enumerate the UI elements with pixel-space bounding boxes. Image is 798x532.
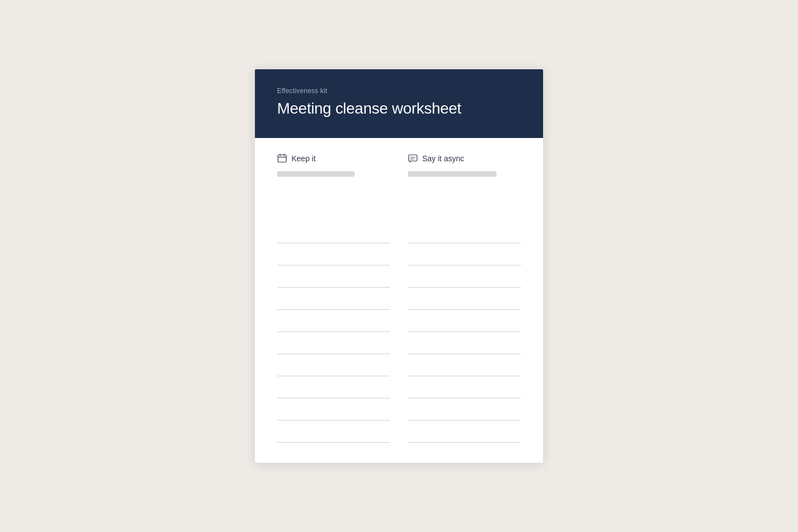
keep-it-subtitle-bar — [277, 171, 355, 177]
document-card: Effectiveness kit Meeting cleanse worksh… — [255, 69, 543, 463]
input-line[interactable] — [408, 288, 521, 310]
input-line[interactable] — [408, 354, 521, 376]
input-line[interactable] — [277, 332, 390, 354]
input-line[interactable] — [408, 376, 521, 398]
input-line[interactable] — [408, 332, 521, 354]
calendar-icon — [277, 154, 287, 163]
input-line[interactable] — [277, 376, 390, 398]
say-it-async-column-header: Say it async — [408, 154, 521, 163]
input-line[interactable] — [408, 421, 521, 443]
keep-it-label: Keep it — [291, 154, 316, 163]
keep-it-column: Keep it — [277, 154, 390, 443]
say-it-async-spacer — [408, 188, 521, 221]
say-it-async-column: Say it async — [408, 154, 521, 443]
columns-container: Keep it — [277, 154, 521, 443]
input-line[interactable] — [277, 310, 390, 332]
document-title: Meeting cleanse worksheet — [277, 99, 521, 118]
input-line[interactable] — [277, 354, 390, 376]
input-line[interactable] — [277, 421, 390, 443]
input-line[interactable] — [408, 310, 521, 332]
say-it-async-input-lines — [408, 221, 521, 443]
input-line[interactable] — [408, 221, 521, 243]
svg-rect-0 — [278, 155, 287, 162]
document-body: Keep it — [255, 138, 543, 463]
input-line[interactable] — [277, 243, 390, 265]
input-line[interactable] — [277, 221, 390, 243]
input-line[interactable] — [277, 398, 390, 421]
input-line[interactable] — [277, 265, 390, 288]
input-line[interactable] — [408, 265, 521, 288]
input-line[interactable] — [408, 398, 521, 421]
input-line[interactable] — [277, 288, 390, 310]
keep-it-input-lines — [277, 221, 390, 443]
say-it-async-subtitle-bar — [408, 171, 497, 177]
chat-icon — [408, 154, 418, 163]
kit-label: Effectiveness kit — [277, 87, 521, 95]
say-it-async-label: Say it async — [422, 154, 464, 163]
svg-rect-4 — [409, 155, 417, 161]
document-header: Effectiveness kit Meeting cleanse worksh… — [255, 69, 543, 138]
input-line[interactable] — [408, 243, 521, 265]
keep-it-column-header: Keep it — [277, 154, 390, 163]
keep-it-spacer — [277, 188, 390, 221]
